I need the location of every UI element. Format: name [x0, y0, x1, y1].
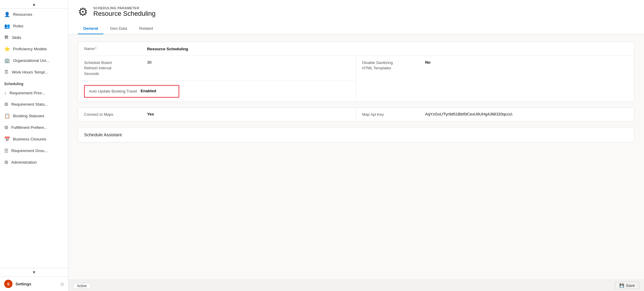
form-card-1: Name* Resource Scheduling Schedule Board…: [78, 42, 634, 102]
roles-icon: 👥: [4, 23, 10, 29]
form-card-2-grid: Connect to Maps Yes Map Api Key AqYzGoLf…: [78, 108, 634, 121]
form-card-1-grid: Schedule Board Refresh Interval Seconds …: [78, 56, 634, 102]
sidebar-item-label: Resources: [13, 12, 32, 17]
sidebar-scroll-up[interactable]: ▲: [0, 0, 68, 9]
proficiency-models-icon: ⭐: [4, 46, 10, 52]
sidebar-item-roles[interactable]: 👥 Roles: [0, 20, 68, 32]
schedule-assistant-label: Schedule Assistant: [84, 132, 144, 138]
auto-update-booking-row: Auto Update Booking Travel Enabled: [78, 81, 356, 102]
sidebar-item-requirement-groups[interactable]: ☰ Requirement Grou...: [0, 145, 68, 157]
tab-related[interactable]: Related: [134, 23, 158, 34]
name-value: Resource Scheduling: [147, 47, 188, 51]
sidebar-item-label: Skills: [12, 35, 21, 40]
work-hours-templates-icon: 🗓: [4, 69, 9, 75]
resources-icon: 👤: [4, 12, 10, 17]
sidebar-item-organizational-units[interactable]: 🏢 Organizational Uni...: [0, 55, 68, 66]
sidebar-item-booking-statuses[interactable]: 📋 Booking Statuses: [0, 110, 68, 122]
auto-update-label: Auto Update Booking Travel: [89, 89, 137, 94]
highlight-box: Auto Update Booking Travel Enabled: [84, 85, 179, 98]
content-area: Name* Resource Scheduling Schedule Board…: [68, 35, 644, 280]
fulfillment-preferences-icon: ⚙: [4, 125, 8, 130]
sidebar-item-work-hours-templates[interactable]: 🗓 Work Hours Templ...: [0, 66, 68, 78]
requirement-priority-icon: ↓: [4, 90, 7, 96]
form-card-2: Connect to Maps Yes Map Api Key AqYzGoLf…: [78, 107, 634, 122]
map-api-key-value: AqYzGoLfTyr9d51Bbl5tCexU6UHg4J88320qccu\: [425, 112, 512, 116]
sidebar-item-label: Business Closures: [13, 137, 46, 141]
scroll-down-button[interactable]: ▼: [30, 269, 39, 275]
disable-sanitizing-value: No: [425, 60, 431, 65]
scheduling-section-label: Scheduling: [0, 78, 68, 87]
form-card-2-right: Map Api Key AqYzGoLfTyr9d51Bbl5tCexU6UHg…: [356, 108, 634, 121]
form-card-3: Schedule Assistant: [78, 127, 634, 142]
disable-sanitizing-label: Disable Sanitizing HTML Templates: [362, 60, 422, 71]
administration-icon: ⚙: [4, 159, 8, 165]
sidebar-item-resources[interactable]: 👤 Resources: [0, 9, 68, 20]
sidebar-item-label: Requirement Grou...: [11, 148, 48, 153]
booking-statuses-icon: 📋: [4, 113, 10, 119]
connect-to-maps-label: Connect to Maps: [84, 112, 144, 117]
header-subtitle: SCHEDULING PARAMETER: [93, 6, 155, 10]
save-button[interactable]: 💾 Save: [615, 282, 639, 289]
bottom-bar: Active 💾 Save: [68, 280, 644, 291]
sidebar-item-label: Organizational Uni...: [13, 58, 49, 63]
connect-to-maps-row: Connect to Maps Yes: [78, 108, 356, 121]
page-header: ⚙ SCHEDULING PARAMETER Resource Scheduli…: [68, 0, 644, 35]
sidebar: ▲ 👤 Resources 👥 Roles 🛠 Skills ⭐ Profici…: [0, 0, 68, 291]
sidebar-item-administration[interactable]: ⚙ Administration: [0, 157, 68, 168]
form-card-1-left: Schedule Board Refresh Interval Seconds …: [78, 56, 356, 102]
schedule-board-label: Schedule Board Refresh Interval Seconds: [84, 60, 144, 76]
sidebar-scroll-down[interactable]: ▼: [0, 268, 68, 276]
settings-avatar: S: [4, 280, 12, 288]
tabs: GeneralGeo DataRelated: [78, 23, 634, 34]
sidebar-item-requirement-status[interactable]: ⚙ Requirement Statu...: [0, 98, 68, 110]
form-card-1-right: Disable Sanitizing HTML Templates No: [356, 56, 634, 102]
status-section: Active: [73, 283, 91, 288]
requirement-status-icon: ⚙: [4, 101, 8, 107]
organizational-units-icon: 🏢: [4, 58, 10, 63]
schedule-board-refresh-row: Schedule Board Refresh Interval Seconds …: [78, 56, 356, 81]
page-title: Resource Scheduling: [93, 10, 155, 18]
sidebar-item-requirement-priority[interactable]: ↓ Requirement Prior...: [0, 87, 68, 98]
business-closures-icon: 📅: [4, 136, 10, 142]
schedule-board-value: 30: [147, 60, 152, 65]
sidebar-item-label: Administration: [11, 160, 37, 165]
save-label: Save: [626, 283, 635, 288]
form-card-2-left: Connect to Maps Yes: [78, 108, 356, 121]
status-badge: Active: [73, 283, 91, 289]
sidebar-item-business-closures[interactable]: 📅 Business Closures: [0, 133, 68, 145]
map-api-key-row: Map Api Key AqYzGoLfTyr9d51Bbl5tCexU6UHg…: [356, 108, 634, 121]
sidebar-footer[interactable]: S Settings ◇: [0, 276, 68, 291]
gear-icon: ⚙: [78, 5, 88, 18]
map-api-key-label: Map Api Key: [362, 112, 422, 117]
sidebar-item-label: Requirement Statu...: [11, 102, 48, 107]
settings-label: Settings: [15, 282, 58, 286]
required-indicator: *: [95, 46, 97, 51]
requirement-groups-icon: ☰: [4, 148, 8, 154]
sidebar-item-label: Fulfillment Prefere...: [11, 125, 47, 130]
sidebar-item-label: Requirement Prior...: [10, 91, 45, 95]
sidebar-scroll-area: 👤 Resources 👥 Roles 🛠 Skills ⭐ Proficien…: [0, 9, 68, 268]
sidebar-item-skills[interactable]: 🛠 Skills: [0, 32, 68, 43]
sidebar-item-label: Proficiency Models: [13, 47, 47, 51]
sidebar-item-fulfillment-preferences[interactable]: ⚙ Fulfillment Prefere...: [0, 122, 68, 133]
connect-to-maps-value: Yes: [147, 112, 154, 116]
sidebar-item-proficiency-models[interactable]: ⭐ Proficiency Models: [0, 43, 68, 55]
settings-chevron-icon: ◇: [61, 281, 64, 286]
auto-update-value: Enabled: [141, 89, 156, 93]
save-icon: 💾: [619, 283, 624, 288]
tab-geo-data[interactable]: Geo Data: [105, 23, 133, 34]
tab-general[interactable]: General: [78, 23, 103, 34]
main-content: ⚙ SCHEDULING PARAMETER Resource Scheduli…: [68, 0, 644, 291]
name-label: Name*: [84, 46, 144, 51]
skills-icon: 🛠: [4, 35, 9, 40]
page-header-top: ⚙ SCHEDULING PARAMETER Resource Scheduli…: [78, 5, 634, 23]
disable-sanitizing-row: Disable Sanitizing HTML Templates No: [356, 56, 634, 75]
header-text: SCHEDULING PARAMETER Resource Scheduling: [93, 6, 155, 18]
schedule-assistant-row: Schedule Assistant: [78, 127, 634, 142]
sidebar-item-label: Roles: [13, 24, 23, 28]
sidebar-item-label: Booking Statuses: [13, 114, 44, 118]
sidebar-item-label: Work Hours Templ...: [12, 70, 48, 74]
name-row: Name* Resource Scheduling: [78, 42, 634, 56]
scroll-up-button[interactable]: ▲: [30, 1, 39, 7]
